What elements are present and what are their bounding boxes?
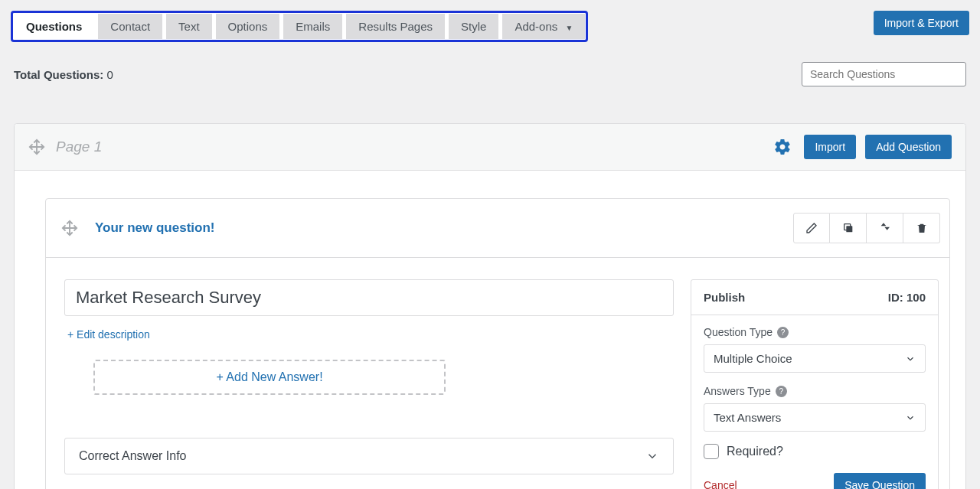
- question-type-select[interactable]: Multiple Choice: [704, 344, 926, 373]
- tab-results-pages[interactable]: Results Pages: [346, 14, 445, 39]
- question-type-value: Multiple Choice: [714, 352, 792, 365]
- copy-icon: [842, 222, 854, 234]
- question-actions: [793, 213, 940, 243]
- add-question-button[interactable]: Add Question: [865, 135, 952, 159]
- caret-down-icon: ▼: [565, 24, 573, 32]
- tab-style[interactable]: Style: [449, 14, 498, 39]
- tab-options[interactable]: Options: [216, 14, 280, 39]
- drag-handle-icon[interactable]: [28, 139, 45, 155]
- tab-questions[interactable]: Questions: [14, 14, 94, 39]
- accordion-header: Correct Answer Info: [65, 438, 673, 474]
- answers-type-value: Text Answers: [714, 411, 781, 424]
- correct-answer-accordion[interactable]: Correct Answer Info: [64, 438, 674, 474]
- question-drag-handle-icon[interactable]: [61, 220, 78, 236]
- publish-title: Publish: [704, 291, 745, 304]
- required-label: Required?: [727, 445, 783, 458]
- answers-type-select[interactable]: Text Answers: [704, 403, 926, 432]
- pencil-icon: [805, 222, 818, 234]
- question-type-label: Question Type ?: [704, 326, 926, 338]
- save-question-button[interactable]: Save Question: [834, 473, 926, 489]
- gear-icon: [773, 138, 792, 156]
- help-icon[interactable]: ?: [776, 386, 787, 397]
- edit-question-button[interactable]: [793, 213, 830, 243]
- publish-footer: Cancel Save Question: [691, 473, 938, 489]
- chevron-down-icon: [645, 449, 659, 463]
- question-header: Your new question!: [46, 199, 949, 258]
- import-button[interactable]: Import: [804, 135, 856, 159]
- page-header-right: Import Add Question: [770, 135, 952, 159]
- import-export-button[interactable]: Import & Export: [874, 11, 969, 35]
- tab-text[interactable]: Text: [166, 14, 212, 39]
- answers-type-label-text: Answers Type: [704, 385, 771, 397]
- top-bar: Questions Contact Text Options Emails Re…: [0, 0, 980, 42]
- publish-body: Question Type ? Multiple Choice Answers …: [691, 315, 938, 459]
- tab-emails[interactable]: Emails: [283, 14, 342, 39]
- question-type-label-text: Question Type: [704, 326, 773, 338]
- tab-contact[interactable]: Contact: [98, 14, 162, 39]
- trash-icon: [916, 222, 928, 234]
- publish-header: Publish ID: 100: [691, 280, 938, 315]
- question-text-input[interactable]: [64, 279, 674, 316]
- tab-addons[interactable]: Add-ons ▼: [502, 14, 585, 39]
- svg-rect-0: [846, 226, 852, 232]
- chevron-down-icon: [905, 354, 916, 364]
- sub-bar: Total Questions: 0: [0, 42, 980, 94]
- question-card: Your new question! + Edit de: [45, 198, 950, 489]
- answers-type-label: Answers Type ?: [704, 385, 926, 397]
- question-title-link[interactable]: Your new question!: [95, 220, 214, 236]
- edit-description-link[interactable]: + Edit description: [67, 328, 150, 341]
- publish-sidebar: Publish ID: 100 Question Type ? Multiple…: [691, 279, 939, 489]
- accordion-title: Correct Answer Info: [79, 449, 187, 463]
- tab-addons-label: Add-ons: [514, 20, 557, 33]
- tabs-nav: Questions Contact Text Options Emails Re…: [14, 14, 585, 39]
- question-body: + Edit description + Add New Answer! Cor…: [46, 258, 949, 489]
- page-title: Page 1: [56, 139, 102, 155]
- required-checkbox[interactable]: [704, 444, 719, 459]
- cancel-link[interactable]: Cancel: [704, 479, 737, 489]
- publish-id: ID: 100: [888, 291, 926, 304]
- page-settings-button[interactable]: [770, 135, 795, 159]
- delete-question-button[interactable]: [903, 213, 940, 243]
- total-questions-text: Total Questions:: [14, 68, 103, 81]
- chevron-down-icon: [905, 412, 916, 423]
- total-questions-value: 0: [106, 68, 113, 81]
- question-main: + Edit description + Add New Answer! Cor…: [64, 279, 674, 489]
- help-icon[interactable]: ?: [777, 327, 789, 338]
- add-answer-button[interactable]: + Add New Answer!: [93, 360, 446, 395]
- sort-icon: [879, 222, 891, 234]
- required-row[interactable]: Required?: [704, 444, 926, 459]
- page-header: Page 1 Import Add Question: [15, 124, 965, 171]
- duplicate-question-button[interactable]: [830, 213, 867, 243]
- question-header-left: Your new question!: [61, 220, 214, 236]
- page-header-left: Page 1: [28, 139, 102, 155]
- page-panel: Page 1 Import Add Question Your new ques…: [14, 123, 966, 489]
- sort-question-button[interactable]: [867, 213, 903, 243]
- tabs-highlight-frame: Questions Contact Text Options Emails Re…: [11, 11, 588, 42]
- total-questions-label: Total Questions: 0: [14, 68, 113, 81]
- search-questions-input[interactable]: [802, 62, 966, 86]
